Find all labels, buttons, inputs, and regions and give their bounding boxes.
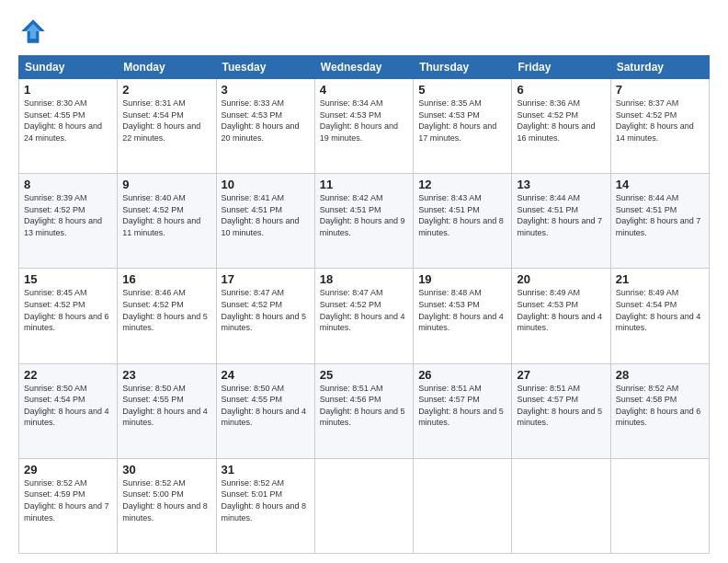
table-row: 16 Sunrise: 8:46 AM Sunset: 4:52 PM Dayl… xyxy=(118,269,216,363)
col-saturday: Saturday xyxy=(610,56,709,79)
cell-text: Sunrise: 8:44 AM Sunset: 4:51 PM Dayligh… xyxy=(616,192,704,238)
cell-text: Sunrise: 8:50 AM Sunset: 4:55 PM Dayligh… xyxy=(222,383,310,429)
day-number: 19 xyxy=(418,272,506,286)
cell-text: Sunrise: 8:51 AM Sunset: 4:57 PM Dayligh… xyxy=(418,383,506,429)
table-row: 5 Sunrise: 8:35 AM Sunset: 4:53 PM Dayli… xyxy=(414,79,512,174)
table-row: 23 Sunrise: 8:50 AM Sunset: 4:55 PM Dayl… xyxy=(118,363,216,458)
day-number: 25 xyxy=(320,368,408,382)
table-row xyxy=(314,458,413,553)
day-number: 17 xyxy=(222,272,310,286)
day-number: 27 xyxy=(517,368,605,382)
table-row: 22 Sunrise: 8:50 AM Sunset: 4:54 PM Dayl… xyxy=(19,363,118,458)
col-wednesday: Wednesday xyxy=(314,56,413,79)
col-monday: Monday xyxy=(118,56,216,79)
day-number: 14 xyxy=(616,178,704,191)
calendar-week-3: 15 Sunrise: 8:45 AM Sunset: 4:52 PM Dayl… xyxy=(19,269,710,363)
col-friday: Friday xyxy=(512,56,610,79)
cell-text: Sunrise: 8:50 AM Sunset: 4:55 PM Dayligh… xyxy=(122,383,210,429)
day-number: 12 xyxy=(418,178,506,191)
cell-text: Sunrise: 8:31 AM Sunset: 4:54 PM Dayligh… xyxy=(122,98,210,144)
day-number: 2 xyxy=(122,83,210,97)
day-number: 9 xyxy=(122,178,210,191)
table-row: 29 Sunrise: 8:52 AM Sunset: 4:59 PM Dayl… xyxy=(19,458,118,553)
page: Sunday Monday Tuesday Wednesday Thursday… xyxy=(0,0,728,563)
table-row: 10 Sunrise: 8:41 AM Sunset: 4:51 PM Dayl… xyxy=(216,174,314,269)
day-number: 3 xyxy=(222,83,310,97)
cell-text: Sunrise: 8:45 AM Sunset: 4:52 PM Dayligh… xyxy=(24,287,112,333)
cell-text: Sunrise: 8:35 AM Sunset: 4:53 PM Dayligh… xyxy=(418,98,506,144)
col-sunday: Sunday xyxy=(19,56,118,79)
table-row: 26 Sunrise: 8:51 AM Sunset: 4:57 PM Dayl… xyxy=(414,363,512,458)
calendar-table: Sunday Monday Tuesday Wednesday Thursday… xyxy=(18,55,710,554)
logo-icon xyxy=(18,17,48,46)
table-row: 8 Sunrise: 8:39 AM Sunset: 4:52 PM Dayli… xyxy=(19,174,118,269)
header-row: Sunday Monday Tuesday Wednesday Thursday… xyxy=(19,56,710,79)
day-number: 29 xyxy=(24,463,112,477)
day-number: 4 xyxy=(320,83,408,97)
cell-text: Sunrise: 8:52 AM Sunset: 4:59 PM Dayligh… xyxy=(24,477,112,523)
table-row xyxy=(610,458,709,553)
table-row: 12 Sunrise: 8:43 AM Sunset: 4:51 PM Dayl… xyxy=(414,174,512,269)
cell-text: Sunrise: 8:47 AM Sunset: 4:52 PM Dayligh… xyxy=(222,287,310,333)
cell-text: Sunrise: 8:43 AM Sunset: 4:51 PM Dayligh… xyxy=(418,192,506,238)
logo xyxy=(18,17,51,46)
cell-text: Sunrise: 8:52 AM Sunset: 4:58 PM Dayligh… xyxy=(616,383,704,429)
table-row: 21 Sunrise: 8:49 AM Sunset: 4:54 PM Dayl… xyxy=(610,269,709,363)
day-number: 30 xyxy=(122,463,210,477)
cell-text: Sunrise: 8:46 AM Sunset: 4:52 PM Dayligh… xyxy=(122,287,210,333)
day-number: 10 xyxy=(222,178,310,191)
day-number: 15 xyxy=(24,272,112,286)
header xyxy=(18,17,710,46)
cell-text: Sunrise: 8:48 AM Sunset: 4:53 PM Dayligh… xyxy=(418,287,506,333)
day-number: 13 xyxy=(517,178,605,191)
table-row: 14 Sunrise: 8:44 AM Sunset: 4:51 PM Dayl… xyxy=(610,174,709,269)
day-number: 16 xyxy=(122,272,210,286)
day-number: 28 xyxy=(616,368,704,382)
table-row: 3 Sunrise: 8:33 AM Sunset: 4:53 PM Dayli… xyxy=(216,79,314,174)
cell-text: Sunrise: 8:47 AM Sunset: 4:52 PM Dayligh… xyxy=(320,287,408,333)
cell-text: Sunrise: 8:36 AM Sunset: 4:52 PM Dayligh… xyxy=(517,98,605,144)
col-thursday: Thursday xyxy=(414,56,512,79)
table-row: 27 Sunrise: 8:51 AM Sunset: 4:57 PM Dayl… xyxy=(512,363,610,458)
col-tuesday: Tuesday xyxy=(216,56,314,79)
cell-text: Sunrise: 8:49 AM Sunset: 4:54 PM Dayligh… xyxy=(616,287,704,333)
cell-text: Sunrise: 8:41 AM Sunset: 4:51 PM Dayligh… xyxy=(222,192,310,238)
table-row: 19 Sunrise: 8:48 AM Sunset: 4:53 PM Dayl… xyxy=(414,269,512,363)
table-row: 30 Sunrise: 8:52 AM Sunset: 5:00 PM Dayl… xyxy=(118,458,216,553)
cell-text: Sunrise: 8:52 AM Sunset: 5:01 PM Dayligh… xyxy=(222,477,310,523)
day-number: 23 xyxy=(122,368,210,382)
calendar-week-4: 22 Sunrise: 8:50 AM Sunset: 4:54 PM Dayl… xyxy=(19,363,710,458)
day-number: 8 xyxy=(24,178,112,191)
day-number: 18 xyxy=(320,272,408,286)
cell-text: Sunrise: 8:33 AM Sunset: 4:53 PM Dayligh… xyxy=(222,98,310,144)
cell-text: Sunrise: 8:51 AM Sunset: 4:57 PM Dayligh… xyxy=(517,383,605,429)
day-number: 21 xyxy=(616,272,704,286)
cell-text: Sunrise: 8:51 AM Sunset: 4:56 PM Dayligh… xyxy=(320,383,408,429)
cell-text: Sunrise: 8:42 AM Sunset: 4:51 PM Dayligh… xyxy=(320,192,408,238)
cell-text: Sunrise: 8:34 AM Sunset: 4:53 PM Dayligh… xyxy=(320,98,408,144)
table-row: 31 Sunrise: 8:52 AM Sunset: 5:01 PM Dayl… xyxy=(216,458,314,553)
day-number: 22 xyxy=(24,368,112,382)
table-row: 9 Sunrise: 8:40 AM Sunset: 4:52 PM Dayli… xyxy=(118,174,216,269)
day-number: 1 xyxy=(24,83,112,97)
table-row: 25 Sunrise: 8:51 AM Sunset: 4:56 PM Dayl… xyxy=(314,363,413,458)
table-row: 1 Sunrise: 8:30 AM Sunset: 4:55 PM Dayli… xyxy=(19,79,118,174)
calendar-week-1: 1 Sunrise: 8:30 AM Sunset: 4:55 PM Dayli… xyxy=(19,79,710,174)
table-row: 11 Sunrise: 8:42 AM Sunset: 4:51 PM Dayl… xyxy=(314,174,413,269)
cell-text: Sunrise: 8:30 AM Sunset: 4:55 PM Dayligh… xyxy=(24,98,112,144)
table-row xyxy=(512,458,610,553)
day-number: 6 xyxy=(517,83,605,97)
table-row: 2 Sunrise: 8:31 AM Sunset: 4:54 PM Dayli… xyxy=(118,79,216,174)
table-row: 13 Sunrise: 8:44 AM Sunset: 4:51 PM Dayl… xyxy=(512,174,610,269)
table-row: 28 Sunrise: 8:52 AM Sunset: 4:58 PM Dayl… xyxy=(610,363,709,458)
day-number: 24 xyxy=(222,368,310,382)
table-row: 4 Sunrise: 8:34 AM Sunset: 4:53 PM Dayli… xyxy=(314,79,413,174)
table-row: 24 Sunrise: 8:50 AM Sunset: 4:55 PM Dayl… xyxy=(216,363,314,458)
cell-text: Sunrise: 8:49 AM Sunset: 4:53 PM Dayligh… xyxy=(517,287,605,333)
day-number: 11 xyxy=(320,178,408,191)
table-row: 17 Sunrise: 8:47 AM Sunset: 4:52 PM Dayl… xyxy=(216,269,314,363)
cell-text: Sunrise: 8:40 AM Sunset: 4:52 PM Dayligh… xyxy=(122,192,210,238)
day-number: 20 xyxy=(517,272,605,286)
cell-text: Sunrise: 8:37 AM Sunset: 4:52 PM Dayligh… xyxy=(616,98,704,144)
calendar-week-2: 8 Sunrise: 8:39 AM Sunset: 4:52 PM Dayli… xyxy=(19,174,710,269)
